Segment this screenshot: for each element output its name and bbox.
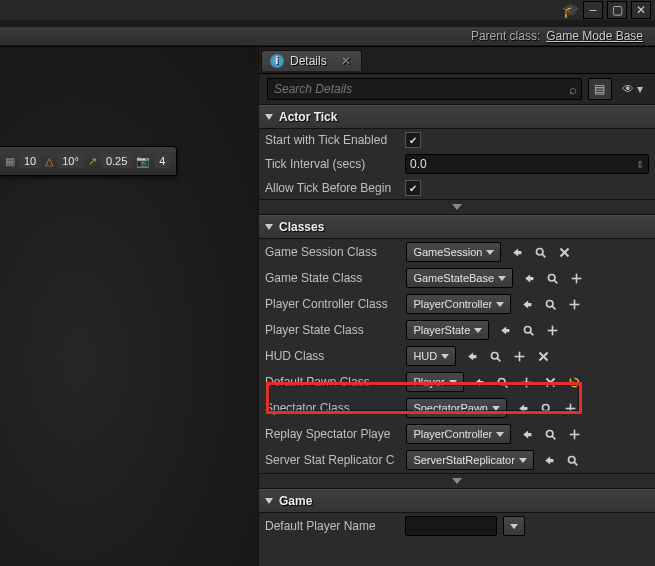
camera-speed-value[interactable]: 4 [154, 154, 170, 168]
view-options-button[interactable]: 👁 ▾ [618, 82, 647, 96]
browse-icon[interactable] [543, 269, 561, 287]
svg-rect-7 [571, 277, 581, 279]
prop-player-state-combo[interactable]: PlayerState [406, 320, 489, 340]
add-icon[interactable] [567, 269, 585, 287]
chevron-down-icon [519, 458, 527, 463]
classes-row-game-state: Game State ClassGameStateBase [259, 265, 655, 291]
prop-default-player-name-combo[interactable] [503, 516, 525, 536]
svg-line-1 [542, 254, 545, 257]
prop-replay-spectator-combo[interactable]: PlayerController [406, 424, 511, 444]
browse-icon[interactable] [486, 347, 504, 365]
property-matrix-button[interactable]: ▤ [588, 78, 612, 100]
back-icon[interactable] [519, 269, 537, 287]
category-game-label: Game [279, 494, 312, 508]
angle-icon[interactable]: △ [45, 155, 53, 168]
prop-game-state-label: Game State Class [259, 265, 400, 291]
back-icon[interactable] [517, 425, 535, 443]
prop-allow-tick-checkbox[interactable] [405, 180, 421, 196]
add-icon[interactable] [518, 373, 536, 391]
clear-icon[interactable] [534, 347, 552, 365]
snap-angle-value[interactable]: 10° [57, 154, 84, 168]
snap-scale-value[interactable]: 0.25 [101, 154, 132, 168]
prop-server-stat-label: Server Stat Replicator C [259, 447, 400, 473]
chevron-down-icon [492, 406, 500, 411]
back-icon[interactable] [507, 243, 525, 261]
add-icon[interactable] [561, 399, 579, 417]
prop-game-session-combo[interactable]: GameSession [406, 242, 501, 262]
prop-start-tick-checkbox[interactable] [405, 132, 421, 148]
editor-viewport[interactable] [0, 46, 257, 566]
chevron-down-icon [486, 250, 494, 255]
spinner-icon[interactable]: ⇕ [636, 159, 644, 170]
tutorial-hat-icon[interactable]: 🎓 [561, 2, 579, 18]
prop-hud-combo[interactable]: HUD [406, 346, 456, 366]
category-classes[interactable]: Classes [259, 215, 655, 239]
window-maximize-button[interactable]: ▢ [607, 1, 627, 19]
tab-details-label: Details [290, 54, 327, 68]
back-icon[interactable] [495, 321, 513, 339]
classes-advanced-toggle[interactable] [259, 473, 655, 489]
clear-icon[interactable] [542, 373, 560, 391]
clear-icon[interactable] [555, 243, 573, 261]
classes-row-default-pawn: Default Pawn ClassPlayer [259, 369, 655, 395]
prop-allow-tick-label: Allow Tick Before Begin [259, 177, 399, 199]
browse-icon[interactable] [537, 399, 555, 417]
classes-row-spectator: Spectator ClassSpectatorPawn [259, 395, 655, 421]
browse-icon[interactable] [564, 451, 582, 469]
prop-player-state-value: PlayerState [413, 324, 470, 336]
prop-default-pawn-label: Default Pawn Class [259, 369, 400, 395]
search-input[interactable] [272, 81, 569, 97]
category-game[interactable]: Game [259, 489, 655, 513]
prop-game-state-value: GameStateBase [413, 272, 494, 284]
prop-default-pawn-combo[interactable]: Player [406, 372, 463, 392]
window-titlebar: 🎓 – ▢ ✕ [0, 0, 655, 20]
category-actor-tick[interactable]: Actor Tick [259, 105, 655, 129]
grid-icon[interactable]: ▦ [5, 155, 15, 168]
prop-game-state-combo[interactable]: GameStateBase [406, 268, 513, 288]
prop-tick-interval-label: Tick Interval (secs) [259, 151, 399, 177]
snap-grid-value[interactable]: 10 [19, 154, 41, 168]
back-icon[interactable] [462, 347, 480, 365]
camera-speed-icon[interactable]: 📷 [136, 155, 150, 168]
revert-icon[interactable] [566, 373, 584, 391]
classes-row-hud: HUD ClassHUD [259, 343, 655, 369]
prop-spectator-combo[interactable]: SpectatorPawn [406, 398, 507, 418]
prop-server-stat-combo[interactable]: ServerStatReplicator [406, 450, 534, 470]
browse-icon[interactable] [541, 425, 559, 443]
scale-icon[interactable]: ↗ [88, 155, 97, 168]
svg-line-23 [504, 384, 507, 387]
back-icon[interactable] [517, 295, 535, 313]
expand-icon [265, 224, 273, 230]
prop-player-controller-combo[interactable]: PlayerController [406, 294, 511, 314]
tab-details[interactable]: i Details ✕ [261, 50, 362, 71]
expand-icon [265, 498, 273, 504]
prop-player-controller-label: Player Controller Class [259, 291, 400, 317]
window-close-button[interactable]: ✕ [631, 1, 651, 19]
chevron-down-icon [449, 380, 457, 385]
category-actor-tick-label: Actor Tick [279, 110, 337, 124]
browse-icon[interactable] [541, 295, 559, 313]
actor-tick-advanced-toggle[interactable] [259, 199, 655, 215]
browse-icon[interactable] [494, 373, 512, 391]
add-icon[interactable] [565, 295, 583, 313]
search-icon[interactable]: ⌕ [569, 82, 577, 97]
svg-point-12 [524, 326, 531, 333]
prop-tick-interval-input[interactable]: 0.0 ⇕ [405, 154, 649, 174]
prop-server-stat-value: ServerStatReplicator [413, 454, 515, 466]
chevron-down-icon [498, 276, 506, 281]
svg-line-33 [552, 436, 555, 439]
browse-icon[interactable] [519, 321, 537, 339]
prop-default-player-name-input[interactable] [405, 516, 497, 536]
parent-class-link[interactable]: Game Mode Base [546, 29, 643, 43]
prop-player-controller-value: PlayerController [413, 298, 492, 310]
details-search-box[interactable]: ⌕ [267, 78, 582, 100]
window-minimize-button[interactable]: – [583, 1, 603, 19]
add-icon[interactable] [510, 347, 528, 365]
add-icon[interactable] [565, 425, 583, 443]
back-icon[interactable] [513, 399, 531, 417]
back-icon[interactable] [470, 373, 488, 391]
browse-icon[interactable] [531, 243, 549, 261]
tab-close-icon[interactable]: ✕ [341, 54, 351, 68]
back-icon[interactable] [540, 451, 558, 469]
add-icon[interactable] [543, 321, 561, 339]
